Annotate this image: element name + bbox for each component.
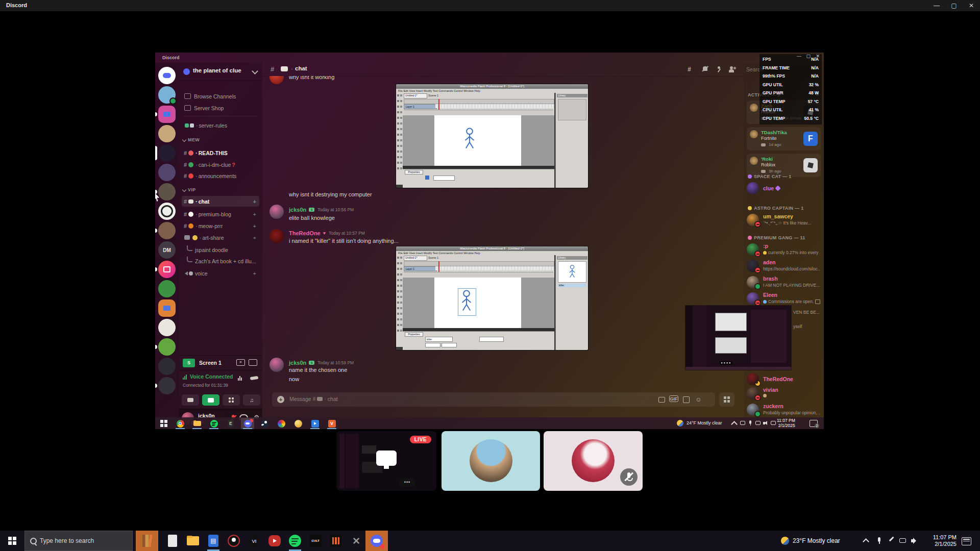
threads-icon[interactable]: # [688,66,696,73]
server-cd[interactable] [158,319,176,336]
member-row[interactable]: clue [747,181,822,196]
taskbar-app-discord[interactable] [365,531,388,551]
pen-icon[interactable] [888,537,895,544]
invite-icon[interactable]: + [253,198,256,205]
display-icon[interactable] [755,420,761,426]
start-button[interactable] [4,533,20,549]
server-dog[interactable] [158,183,176,201]
taskbar-app-xplane[interactable]: ✕ [345,531,368,551]
minimize-icon[interactable]: — [928,0,945,11]
message-avatar[interactable] [270,229,284,243]
server-purple-cat[interactable] [158,144,176,162]
member-row[interactable]: um_sawcey´*•.¸*°*„.☆ It's like Heav... [747,213,822,228]
member-row[interactable]: adenhttps://soundcloud.com/siloc... [747,259,822,274]
member-row[interactable]: TheRedOne [747,372,822,387]
category-mew[interactable]: MEW [183,137,200,142]
message-input[interactable]: + Message # · chat GIF ☺ [272,392,715,407]
invite-icon[interactable]: + [253,211,256,217]
taskbar-app-spotify[interactable] [207,418,220,429]
discord-home-icon[interactable] [158,67,176,84]
mic-icon[interactable] [748,420,753,426]
server-hamster[interactable] [158,125,176,142]
channel-voice[interactable]: voice+ [182,268,259,279]
channel-chat[interactable]: #· chat+ [182,196,259,207]
server-cow-green[interactable] [158,280,176,297]
pin-icon[interactable] [715,66,723,73]
volume-icon[interactable] [911,537,918,544]
invite-icon[interactable]: + [253,270,256,277]
server-anime-girl[interactable] [158,164,176,181]
gift-icon[interactable] [657,395,666,404]
taskbar-app-gold-app[interactable] [291,418,305,429]
message-author[interactable]: TheRedOne [289,230,321,236]
channel-art-share[interactable]: · art-share+ [182,232,259,243]
sticker-icon[interactable] [682,395,691,404]
server-compass[interactable] [158,377,176,394]
gif-icon[interactable]: GIF [669,395,678,402]
taskbar-app-stripes-game[interactable] [325,531,347,551]
maximize-icon[interactable]: ▢ [945,0,963,11]
channel-premium-blog[interactable]: #· premium-blog+ [182,209,259,219]
server-cow-photo[interactable] [158,338,176,356]
mic-icon[interactable] [876,537,883,544]
taskbar-app-bo6[interactable]: VI [243,531,265,551]
soundboard-button[interactable]: ♫ [243,394,260,406]
dm-bubble[interactable]: DM [158,241,176,259]
members-icon[interactable] [729,66,737,73]
taskbar-app-obs-studio[interactable] [223,531,245,551]
network-icon[interactable] [899,537,906,544]
krisp-icon[interactable] [238,375,244,381]
invite-icon[interactable]: + [253,235,256,241]
thread-zach-s-art-book-cd-illu-[interactable]: Zach's Art book + cd illu... [182,256,259,266]
screen-thumbnail[interactable]: S [183,359,195,367]
activity-card[interactable]: TDash/TikaFortnite1d agoF [747,127,821,151]
invite-icon[interactable]: + [253,223,256,229]
member-row[interactable]: :pcurrently 0.27% into every ... [747,242,822,258]
taskbar-app-steam[interactable] [258,418,271,429]
server-portrait[interactable] [158,222,176,239]
screen-share-view[interactable]: Discord — ▢ ✕ DM the planet of clue Brow… [155,53,824,429]
taskbar-app-movies[interactable] [308,418,322,429]
attachment-flash-screenshot-2[interactable]: Macromedia Flash Professional 8 - [Untit… [396,246,588,350]
tray-chevron-icon[interactable] [731,421,738,428]
server-header[interactable]: the planet of clue [179,63,262,81]
channel-meow-prrr[interactable]: #· meow-prrr+ [182,220,259,231]
member-row[interactable]: zuckernProbably unpopular opinion, ... [747,403,822,418]
tray-chevron-icon[interactable] [863,538,869,545]
participant-tile-user2[interactable] [442,431,540,491]
attach-plus-icon[interactable]: + [277,396,284,403]
taskbar-clock[interactable]: 11:07 PM2/1/2025 [920,534,957,547]
taskbar-app-library-game[interactable] [136,531,158,551]
member-row[interactable]: EleenCommissions are open. [747,291,822,307]
participant-tile-stream[interactable]: LIVE ••• [336,431,436,491]
message-author[interactable]: jcks0n [289,207,306,213]
more-options-button[interactable]: ••• [400,479,415,487]
taskbar-app-chrome[interactable] [174,418,187,429]
start-button[interactable] [159,419,168,428]
server-pink-folder[interactable] [158,106,176,123]
disconnect-icon[interactable] [250,376,259,380]
camera-button[interactable] [182,394,199,406]
inner-weather[interactable]: 24°F Mostly clear [687,420,722,425]
member-row[interactable]: brashI AM NOT PLAYING DRIVE... [747,275,822,290]
server-lock[interactable] [158,261,176,278]
notifications-muted-icon[interactable] [701,66,709,73]
taskbar-app-file-explorer[interactable] [182,531,204,551]
update-icon[interactable] [740,420,746,426]
taskbar-app-file-explorer[interactable] [190,418,204,429]
taskbar-app-voicemod[interactable]: V [325,418,338,429]
action-center-icon[interactable] [962,537,971,545]
taskbar-app-paint[interactable] [275,418,288,429]
channel-server-shop[interactable]: Server Shop [182,103,259,113]
channel-browse-channels[interactable]: Browse Channels [182,91,259,102]
server-the-studs[interactable] [158,203,176,220]
member-row[interactable]: vivian [747,386,822,402]
participant-tile-user3[interactable] [544,431,643,491]
activities-button[interactable] [223,394,240,406]
server-orange-folder[interactable] [158,299,176,317]
stop-streaming-icon[interactable]: ✕ [236,359,245,366]
taskbar-app-youtube[interactable] [263,531,286,551]
server-dark-avatar[interactable] [158,358,176,375]
obs-tray-icon[interactable] [771,420,776,426]
emoji-icon[interactable]: ☺ [694,395,703,404]
